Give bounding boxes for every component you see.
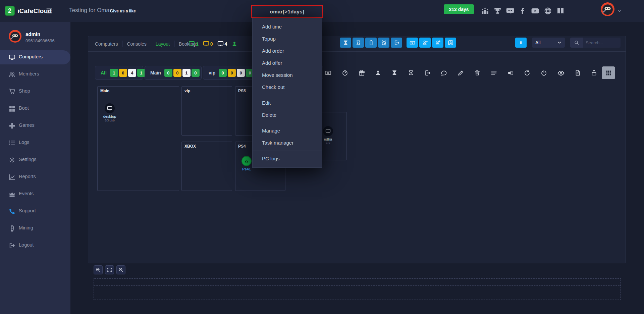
topbar-divider	[58, 0, 58, 22]
status-badges: 1 0 4 1	[110, 69, 145, 77]
give-us-a-like-link[interactable]: Give us a like	[110, 9, 136, 13]
cash-icon[interactable]	[325, 69, 331, 76]
user-avatar[interactable]	[601, 2, 614, 16]
hourglass-dark-icon[interactable]	[391, 70, 397, 76]
phone-icon	[9, 208, 15, 215]
days-remaining-badge[interactable]: 212 days	[444, 4, 474, 14]
megaphone-icon[interactable]	[507, 70, 514, 76]
counter-in-use: 1	[189, 41, 199, 47]
menu-item-task-manager[interactable]: Task manager	[253, 137, 322, 149]
add-user-button[interactable]	[419, 38, 431, 48]
sidebar-item-events[interactable]: Events	[0, 187, 70, 201]
cart-icon	[9, 88, 15, 95]
pc-actions-toolbar	[325, 66, 597, 80]
sidebar-item-members[interactable]: Members	[0, 67, 70, 82]
menu-item-move-session[interactable]: Move session	[253, 69, 322, 81]
refresh-icon[interactable]	[524, 70, 530, 76]
sign-out-icon	[9, 242, 15, 249]
status-group-all[interactable]: All 1 0 4 1	[95, 66, 143, 80]
grid-view-toggle-button[interactable]	[602, 66, 615, 79]
report-icon[interactable]	[575, 70, 581, 76]
facebook-icon[interactable]	[519, 7, 526, 14]
list-icon	[9, 140, 15, 146]
cafe-title: Testing for Omar	[69, 7, 111, 14]
search-input[interactable]	[583, 38, 621, 48]
desktop-pc-icon	[323, 126, 333, 136]
menu-item-pc-logs[interactable]: PC logs	[253, 153, 322, 165]
status-group-main[interactable]: Main 0 0 1 0	[145, 66, 202, 80]
hourglass-button[interactable]	[353, 38, 364, 48]
menu-item-add-time[interactable]: Add time	[253, 21, 322, 33]
eye-icon[interactable]	[557, 69, 565, 76]
checkout-session-button[interactable]	[391, 38, 402, 48]
sidebar-item-computers[interactable]: Computers	[0, 50, 70, 64]
sidebar-item-games[interactable]: Games	[0, 119, 70, 133]
status-filter-select[interactable]: All	[532, 38, 565, 48]
status-badges: 0 0 1 0	[164, 69, 200, 77]
tab-consoles[interactable]: Consoles	[122, 41, 151, 47]
globe-icon[interactable]	[544, 7, 552, 15]
timer-icon[interactable]	[342, 70, 348, 76]
trophy-icon[interactable]	[494, 7, 501, 15]
menu-item-add-order[interactable]: Add order	[253, 45, 322, 57]
session-dropdown-trigger[interactable]: omar[>1days]	[251, 5, 323, 18]
menu-item-add-offer[interactable]: Add offer	[253, 57, 322, 69]
sidebar: admin 096184986696 Computers Members Sho…	[0, 22, 70, 314]
pc-state-counters: 1 0 4	[189, 36, 238, 51]
tab-layout[interactable]: Layout	[151, 41, 174, 47]
kiosk-button[interactable]	[445, 38, 456, 48]
checkout-icon[interactable]	[424, 70, 431, 76]
tab-computers[interactable]: Computers	[91, 41, 122, 47]
zoom-in-button[interactable]	[94, 265, 103, 274]
power-icon[interactable]	[541, 70, 547, 76]
list-icon[interactable]	[491, 70, 497, 76]
sidebar-item-logs[interactable]: Logs	[0, 136, 70, 150]
sidebar-item-reports[interactable]: Reports	[0, 170, 70, 184]
topbar: 2 iCafeCloud Testing for Omar Give us a …	[0, 0, 644, 22]
sidebar-item-shop[interactable]: Shop	[0, 85, 70, 99]
menu-item-manage[interactable]: Manage	[253, 125, 322, 137]
menu-item-delete[interactable]: Delete	[253, 109, 322, 121]
edit-icon[interactable]	[458, 70, 464, 76]
sidebar-item-mining[interactable]: Mining	[0, 221, 70, 235]
pc-desktop[interactable]: desktop 6i3rgkb	[100, 103, 120, 122]
tabrow-divider	[88, 51, 626, 52]
youtube-icon[interactable]	[531, 7, 539, 15]
sidebar-user-name: admin	[25, 31, 40, 37]
sidebar-item-logout[interactable]: Logout	[0, 239, 70, 253]
battery-button[interactable]	[365, 38, 377, 48]
add-member-button[interactable]	[432, 38, 443, 48]
session-label: omar[>1days]	[270, 9, 305, 14]
alarm-button[interactable]	[378, 38, 389, 48]
menu-item-topup[interactable]: Topup	[253, 33, 322, 45]
menu-item-check-out[interactable]: Check out	[253, 81, 322, 93]
ninja-avatar-icon	[9, 30, 21, 43]
chart-icon	[9, 174, 15, 180]
avatar-chevron-down-icon[interactable]	[617, 9, 622, 13]
sidebar-item-boot[interactable]: Boot	[0, 102, 70, 116]
pause-button[interactable]	[515, 38, 527, 48]
gift-icon[interactable]	[359, 70, 365, 76]
delete-icon[interactable]	[474, 70, 480, 76]
desktop-pc-icon	[105, 103, 115, 113]
zoom-out-button[interactable]	[116, 265, 125, 274]
gear-icon	[9, 157, 15, 163]
unlock-icon[interactable]	[591, 70, 597, 76]
fit-screen-button[interactable]	[105, 265, 114, 274]
hamburger-icon[interactable]	[46, 8, 53, 14]
ranking-icon[interactable]	[481, 7, 489, 15]
user-icon[interactable]	[375, 70, 381, 76]
unassigned-drop-area[interactable]	[94, 278, 621, 300]
counter-members	[231, 41, 238, 47]
cash-button[interactable]	[407, 38, 418, 48]
status-badges: 0 0 0 0	[219, 69, 254, 77]
hourglass-icon[interactable]	[408, 70, 414, 76]
sidebar-item-settings[interactable]: Settings	[0, 153, 70, 167]
sidebar-item-support[interactable]: Support	[0, 204, 70, 218]
discord-icon[interactable]	[506, 7, 514, 15]
menu-item-edit[interactable]: Edit	[253, 97, 322, 109]
chat-icon[interactable]	[441, 70, 447, 76]
guide-book-icon[interactable]	[556, 7, 565, 15]
hourglass-filled-button[interactable]	[340, 38, 351, 48]
menu-separator	[253, 151, 322, 151]
